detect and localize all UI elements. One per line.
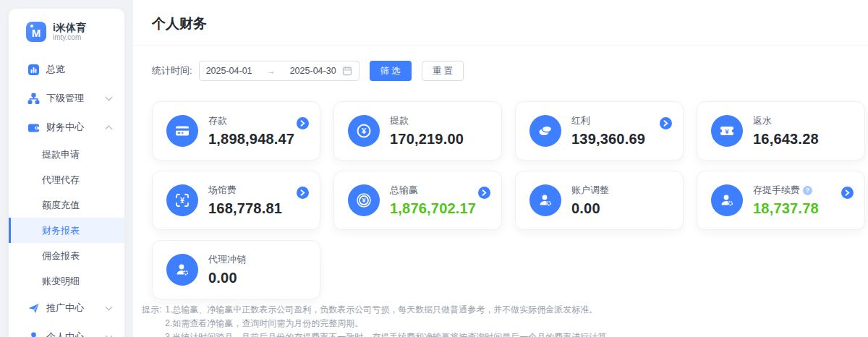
main-content: 个人财务 统计时间: 2025-04-01 → 2025-04-30 筛选 重置… bbox=[133, 0, 868, 337]
ticket-yen-icon: ¥ bbox=[711, 115, 743, 147]
sidebar-item-promotion-center[interactable]: 推广中心 bbox=[9, 294, 124, 323]
card-withdrawal[interactable]: ¥ 提款 170,219.00 bbox=[333, 101, 502, 161]
sidebar-item-subordinate-mgmt[interactable]: 下级管理 bbox=[9, 84, 124, 113]
card-value: 16,643.28 bbox=[753, 131, 819, 148]
card-deposit[interactable]: 存款 1,898,948.47 bbox=[152, 101, 320, 161]
paper-plane-icon bbox=[27, 302, 40, 315]
card-venue-fee[interactable]: ¥ 场馆费 168,778.81 bbox=[152, 171, 320, 230]
card-label: 总输赢 bbox=[390, 184, 476, 197]
brand-logo[interactable]: M i米体育 imty.com bbox=[9, 9, 124, 42]
card-label: 提款 bbox=[390, 114, 464, 127]
chevron-up-icon bbox=[106, 125, 113, 132]
sidebar-menu: 总览 下级管理 财务中心 提款申请 代理代存 额度充值 财务报表 bbox=[9, 55, 124, 337]
tip-line-2: 2.如需查看净输赢，查询时间需为月份的完整周期。 bbox=[165, 317, 615, 330]
page-title: 个人财务 bbox=[133, 0, 868, 46]
card-total-winloss[interactable]: ¥ 总输赢 1,876,702.17 bbox=[333, 171, 502, 230]
sidebar-item-commission-report[interactable]: 佣金报表 bbox=[9, 243, 124, 268]
coin-yen-icon: ¥ bbox=[348, 184, 380, 216]
card-label: 账户调整 bbox=[571, 184, 609, 197]
card-value: 139,360.69 bbox=[571, 131, 645, 148]
scan-yen-icon: ¥ bbox=[166, 184, 198, 216]
card-deposit-withdraw-fee[interactable]: 存提手续费 ? 18,737.78 bbox=[697, 171, 865, 230]
tips-label: 提示: bbox=[142, 303, 161, 337]
date-start[interactable]: 2025-04-01 bbox=[206, 66, 252, 76]
filter-button[interactable]: 筛选 bbox=[370, 61, 412, 81]
user-gear-icon bbox=[166, 254, 198, 286]
card-detail-arrow-button[interactable] bbox=[660, 117, 672, 129]
user-gear-icon bbox=[711, 184, 743, 216]
card-detail-arrow-button[interactable] bbox=[478, 187, 490, 199]
help-icon[interactable]: ? bbox=[803, 186, 812, 195]
card-account-adjustment[interactable]: 账户调整 0.00 bbox=[515, 171, 684, 230]
card-rebate[interactable]: ¥ 返水 16,643.28 bbox=[697, 101, 865, 161]
tips-section: 提示: 1.总输赢、净输赢中正数表示公司盈利，负数表示公司亏损，每天数据只做普通… bbox=[142, 303, 861, 337]
user-gear-icon bbox=[529, 184, 561, 216]
sidebar-item-finance-report[interactable]: 财务报表 bbox=[9, 218, 124, 243]
date-end[interactable]: 2025-04-30 bbox=[290, 66, 336, 76]
yen-circle-icon: ¥ bbox=[348, 115, 380, 147]
card-agent-writeoff[interactable]: 代理冲销 0.00 bbox=[152, 240, 320, 299]
hierarchy-icon bbox=[27, 93, 40, 105]
card-bonus[interactable]: 红利 139,360.69 bbox=[515, 101, 684, 161]
stat-cards-grid: 存款 1,898,948.47 ¥ 提款 170,219.00 红利 139,3… bbox=[152, 101, 865, 299]
sidebar-item-quota-recharge[interactable]: 额度充值 bbox=[9, 192, 124, 218]
card-value: 1,898,948.47 bbox=[208, 131, 294, 148]
card-detail-arrow-button[interactable] bbox=[297, 117, 309, 129]
filter-label: 统计时间: bbox=[152, 64, 192, 77]
card-label: 存款 bbox=[208, 114, 294, 127]
card-label: 红利 bbox=[571, 114, 645, 127]
svg-text:¥: ¥ bbox=[362, 127, 367, 135]
svg-text:¥: ¥ bbox=[180, 196, 184, 205]
card-value: 1,876,702.17 bbox=[390, 200, 476, 217]
card-label: 返水 bbox=[753, 114, 819, 127]
credit-card-icon bbox=[166, 115, 198, 147]
wallet-icon bbox=[27, 121, 40, 134]
coins-icon bbox=[529, 115, 561, 147]
tip-line-3: 3.当统计时间跨月，且前后月份的存提费率不一致时，存提手续费和净输赢将按查询时间… bbox=[165, 330, 615, 337]
reset-button[interactable]: 重置 bbox=[422, 61, 464, 81]
card-label: 场馆费 bbox=[208, 184, 282, 197]
sidebar-item-account-changes[interactable]: 账变明细 bbox=[9, 268, 124, 294]
person-icon bbox=[27, 331, 40, 337]
card-value: 18,737.78 bbox=[753, 200, 819, 217]
chevron-down-icon bbox=[106, 304, 113, 311]
chevron-down-icon bbox=[106, 333, 113, 337]
calendar-icon bbox=[342, 66, 352, 76]
filter-bar: 统计时间: 2025-04-01 → 2025-04-30 筛选 重置 bbox=[133, 46, 868, 81]
card-detail-arrow-button[interactable] bbox=[841, 187, 854, 199]
sidebar-item-finance-center[interactable]: 财务中心 bbox=[9, 113, 124, 142]
sidebar: M i米体育 imty.com 总览 下级管理 财务中心 bbox=[9, 9, 124, 337]
card-value: 0.00 bbox=[571, 200, 609, 217]
brand-logo-icon: M bbox=[26, 22, 46, 42]
card-label: 存提手续费 ? bbox=[753, 184, 819, 197]
brand-name: i米体育 bbox=[53, 22, 86, 33]
date-range-picker[interactable]: 2025-04-01 → 2025-04-30 bbox=[199, 61, 359, 81]
sidebar-item-withdraw-apply[interactable]: 提款申请 bbox=[9, 142, 124, 167]
card-value: 170,219.00 bbox=[390, 131, 464, 148]
sidebar-item-personal-center[interactable]: 个人中心 bbox=[9, 323, 124, 337]
chevron-down-icon bbox=[106, 94, 113, 101]
overview-icon bbox=[27, 64, 40, 76]
card-label-text: 存提手续费 bbox=[753, 184, 800, 197]
brand-domain: imty.com bbox=[53, 33, 86, 42]
sidebar-item-agent-deposit[interactable]: 代理代存 bbox=[9, 167, 124, 192]
card-value: 168,778.81 bbox=[208, 200, 282, 217]
sidebar-item-overview[interactable]: 总览 bbox=[9, 55, 124, 84]
card-detail-arrow-button[interactable] bbox=[297, 187, 309, 199]
card-label: 代理冲销 bbox=[208, 253, 246, 266]
svg-text:¥: ¥ bbox=[725, 127, 729, 135]
tip-line-1: 1.总输赢、净输赢中正数表示公司盈利，负数表示公司亏损，每天数据只做普通参考，并… bbox=[165, 303, 615, 317]
svg-text:¥: ¥ bbox=[362, 197, 365, 204]
card-value: 0.00 bbox=[208, 270, 246, 286]
date-range-arrow: → bbox=[252, 66, 290, 76]
